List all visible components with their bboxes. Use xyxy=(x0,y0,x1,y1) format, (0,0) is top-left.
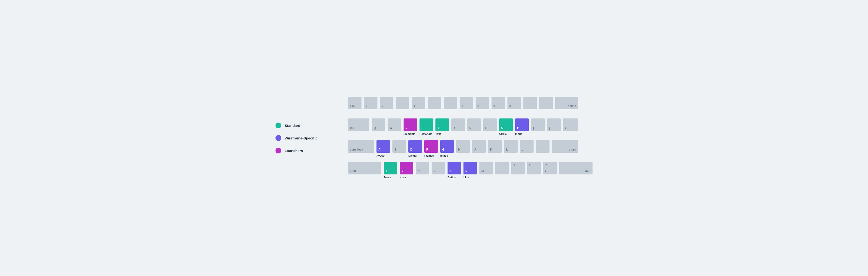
key-label: . xyxy=(529,170,530,173)
legend-label: Standard xyxy=(285,124,300,128)
key-sublabel xyxy=(555,111,578,114)
key-sublabel: Image xyxy=(440,154,454,158)
key-g: G xyxy=(440,140,454,153)
key-v: V xyxy=(432,162,445,174)
key-wrap: 9 xyxy=(492,97,505,114)
key-sublabel xyxy=(511,176,525,179)
key-sublabel xyxy=(523,111,537,114)
key-label: D xyxy=(410,148,412,151)
key-label: 7 xyxy=(462,105,463,108)
key-a: A xyxy=(376,140,390,153)
key-label: A xyxy=(378,148,381,151)
key-j: J xyxy=(472,140,486,153)
key-sublabel xyxy=(472,154,486,158)
key-label: 4 xyxy=(414,105,415,108)
key-label: shift xyxy=(585,170,591,173)
key-label: T xyxy=(437,127,439,130)
key-sublabel xyxy=(507,111,521,114)
key-2: 2 xyxy=(380,97,394,109)
key-label: \ xyxy=(565,127,566,130)
key-: >. xyxy=(527,162,541,174)
key-3: 3 xyxy=(396,97,409,109)
key-sublabel: Divider xyxy=(408,154,422,158)
key-wrap: 2 xyxy=(380,97,394,114)
keyboard-row: caps lock AAvatarS DDividerFFramesGImage… xyxy=(348,140,592,158)
keyboard-row: tab Q W EElementsRRectangleTTextY U I OC… xyxy=(348,118,592,136)
legend-item-launchers: Launchers xyxy=(276,148,329,153)
key-wrap: 1 xyxy=(364,97,377,114)
key-wrap: - xyxy=(523,97,537,114)
key-sublabel xyxy=(475,111,489,114)
key-m: M xyxy=(479,162,493,174)
key-label: U xyxy=(469,127,471,130)
key-wrap: 3 xyxy=(396,97,409,114)
key-wrap: NLink xyxy=(463,162,477,179)
key-wrap: GImage xyxy=(440,140,454,158)
key-wrap: AAvatar xyxy=(376,140,390,158)
key-wrap: >. xyxy=(527,162,541,179)
key-label: J xyxy=(474,148,476,151)
key-label: 5 xyxy=(430,105,431,108)
key-esc: esc xyxy=(348,97,362,109)
key-i: I xyxy=(483,118,497,131)
key-t: T xyxy=(435,118,449,131)
shortcut-diagram: Standard Wireframe-Specific Launchers es… xyxy=(276,97,592,179)
key-wrap: [ xyxy=(531,118,545,136)
key-sublabel xyxy=(539,111,553,114)
key-5: 5 xyxy=(428,97,441,109)
key-wrap: Q xyxy=(372,118,385,136)
key-label: L xyxy=(506,148,508,151)
key-wrap: Y xyxy=(452,118,465,136)
key-shift: shift xyxy=(559,162,592,174)
key-label: return xyxy=(568,148,576,151)
key-label: W xyxy=(390,127,392,130)
key-wrap: 0 xyxy=(507,97,521,114)
key-wrap: V xyxy=(432,162,445,179)
key-label: shift xyxy=(350,170,356,173)
legend-swatch-launchers xyxy=(276,148,281,153)
key-sublabel: Icons xyxy=(400,176,413,179)
key-wrap: return xyxy=(552,140,578,158)
key-wrap: <. xyxy=(511,162,525,179)
key-wrap: 7 xyxy=(460,97,473,114)
key-label: esc xyxy=(350,105,355,108)
key-label: M xyxy=(482,170,484,173)
key-sublabel xyxy=(527,176,541,179)
key-wrap: XIcons xyxy=(400,162,413,179)
key-label: ] xyxy=(549,127,550,130)
key-label: C xyxy=(417,170,420,173)
key-wrap: L xyxy=(504,140,518,158)
key-wrap: shift xyxy=(348,162,381,179)
key-sublabel xyxy=(428,111,441,114)
key-y: Y xyxy=(452,118,465,131)
key-sublabel xyxy=(393,154,406,158)
key-q: Q xyxy=(372,118,385,131)
key-: ] xyxy=(547,118,561,131)
key-label: G xyxy=(442,148,444,151)
key-wrap: :; xyxy=(520,140,533,158)
key-sublabel xyxy=(536,154,550,158)
key-7: 7 xyxy=(460,97,473,109)
key-wrap: K xyxy=(488,140,502,158)
key-label: O xyxy=(501,127,503,130)
key-delete: delete xyxy=(555,97,578,109)
key-sublabel: Link xyxy=(463,176,477,179)
key-wrap: 4 xyxy=(412,97,425,114)
key-sublabel: Circle xyxy=(499,133,513,136)
key-sublabel xyxy=(552,154,578,158)
key-: :; xyxy=(520,140,533,153)
key-f: F xyxy=(424,140,438,153)
key-sublabel: Zoom xyxy=(384,176,397,179)
key-sublabel xyxy=(452,133,465,136)
key-label: 9 xyxy=(493,105,495,108)
key-x: X xyxy=(400,162,413,174)
legend-swatch-wireframe xyxy=(276,135,281,141)
key-label: E xyxy=(405,127,407,130)
key-label: B xyxy=(450,170,452,173)
key-wrap: OCircle xyxy=(499,118,513,136)
key-wrap: U xyxy=(467,118,481,136)
key-sublabel: Elements xyxy=(404,133,417,136)
key-sublabel: Input xyxy=(515,133,529,136)
key-wrap: DDivider xyxy=(408,140,422,158)
key-wrap: shift xyxy=(559,162,592,179)
